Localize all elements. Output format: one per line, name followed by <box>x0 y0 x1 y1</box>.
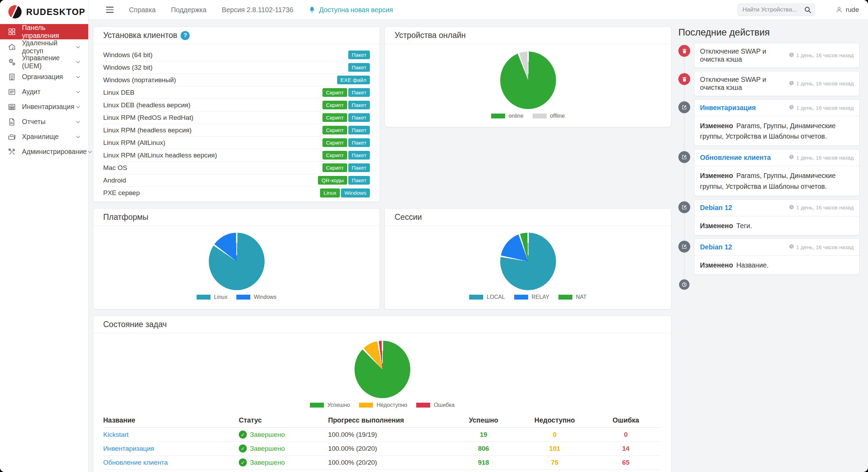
download-badge[interactable]: Пакет <box>348 101 370 110</box>
update-notice[interactable]: Доступна новая версия <box>309 6 393 14</box>
sidebar-nav: Панель управленияУдаленный доступУправле… <box>0 24 88 159</box>
legend-swatch <box>236 295 250 300</box>
legend-item: Ошибка <box>416 402 455 408</box>
legend-swatch <box>310 403 324 408</box>
task-status-cell: ✓Завершено <box>239 442 328 456</box>
search-icon[interactable] <box>804 6 812 14</box>
task-unavailable-cell: 0 <box>519 428 591 442</box>
help-link[interactable]: Справка <box>129 6 156 14</box>
tasks-col-header: Недоступно <box>519 413 591 428</box>
time-icon <box>789 80 794 87</box>
task-name-cell: Инвентаризация <box>103 442 239 456</box>
download-badge[interactable]: Пакет <box>348 113 370 122</box>
task-status-cell: ✓Завершено <box>239 428 328 442</box>
sidebar-item-0[interactable]: Панель управления <box>0 24 88 39</box>
check-icon: ✓ <box>239 431 247 439</box>
download-badge[interactable]: QR-коды <box>318 176 347 185</box>
brand-logo[interactable]: RUDESKTOP <box>0 0 88 23</box>
status-badge: ✓Завершено <box>239 458 328 466</box>
download-badge[interactable]: Пакет <box>348 163 370 172</box>
activity-title[interactable]: Инвентаризация <box>700 104 756 112</box>
download-badge[interactable]: Пакет <box>348 126 370 135</box>
sidebar-item-4[interactable]: Аудит <box>0 84 88 99</box>
install-row: Windows (32 bit)Пакет <box>103 61 370 74</box>
sidebar-item-label: Организация <box>22 73 63 81</box>
panel-task-status: Состояние задач УспешноНедоступноОшибка … <box>93 316 671 472</box>
legend-item: Недоступно <box>359 402 407 408</box>
task-status-cell: ✓Завершено <box>239 456 328 470</box>
menu-toggle-icon[interactable] <box>106 7 114 13</box>
install-row: Linux DEB (headless версия)СкриптПакет <box>103 99 370 111</box>
table-row: Обновление сервера✓Завершено100.00% (1/1… <box>103 470 661 472</box>
download-badge[interactable]: Пакет <box>348 151 370 160</box>
download-badge[interactable]: EXE файл <box>337 76 370 85</box>
activity-item: Обновление клиента1 день, 16 часов назад… <box>678 149 860 196</box>
devices-online-legend: onlineoffline <box>491 113 565 119</box>
legend-label: offline <box>550 113 565 119</box>
download-badge[interactable]: Пакет <box>348 88 370 97</box>
task-success-cell: 19 <box>448 428 519 442</box>
activity-card[interactable]: Debian 121 день, 16 часов назадИзменено … <box>694 199 860 235</box>
activity-time-label: 1 день, 16 часов назад <box>796 80 854 87</box>
install-row: PXE серверLinuxWindows <box>103 187 370 199</box>
activity-card-header: Обновление клиента1 день, 16 часов назад <box>694 149 859 166</box>
install-list: Windows (64 bit)ПакетWindows (32 bit)Пак… <box>93 44 380 199</box>
activity-title: Отключение SWAP и очистка кэша <box>700 76 785 92</box>
time-icon <box>789 154 794 161</box>
install-os-label: Android <box>103 177 126 184</box>
storage-icon <box>8 133 16 141</box>
task-link[interactable]: Kickstart <box>103 431 129 438</box>
activity-card-body: Изменено Теги. <box>694 216 859 235</box>
sidebar-item-3[interactable]: Организация <box>0 69 88 84</box>
user-menu[interactable]: rude <box>835 6 859 14</box>
activity-card-body: Изменено Название. <box>694 255 859 274</box>
activity-card[interactable]: Отключение SWAP и очистка кэша1 день, 16… <box>694 43 860 68</box>
download-badge[interactable]: Скрипт <box>322 88 347 97</box>
sidebar-item-label: Аудит <box>22 88 40 96</box>
download-badge[interactable]: Пакет <box>348 176 370 185</box>
legend-swatch <box>514 295 528 300</box>
download-badge[interactable]: Скрипт <box>322 138 347 147</box>
activity-title[interactable]: Debian 12 <box>700 204 732 212</box>
sidebar-item-8[interactable]: Администрирование <box>0 144 88 159</box>
download-badge[interactable]: Пакет <box>348 63 370 72</box>
task-error-cell: 0 <box>591 470 661 472</box>
version-label: Версия 2.8.1102-11736 <box>222 6 293 14</box>
download-badge[interactable]: Пакет <box>348 51 370 60</box>
activity-title[interactable]: Debian 12 <box>700 243 732 251</box>
organization-icon <box>8 73 16 81</box>
activity-card[interactable]: Отключение SWAP и очистка кэша1 день, 16… <box>694 71 860 96</box>
task-link[interactable]: Инвентаризация <box>103 445 154 452</box>
activity-card[interactable]: Инвентаризация1 день, 16 часов назадИзме… <box>694 99 860 146</box>
install-badges: СкриптПакет <box>322 126 370 135</box>
download-badge[interactable]: Скрипт <box>322 163 347 172</box>
download-badge[interactable]: Скрипт <box>322 151 347 160</box>
sidebar-item-label: Удаленный доступ <box>22 39 75 55</box>
download-badge[interactable]: Пакет <box>348 138 370 147</box>
install-badges: LinuxWindows <box>320 188 370 198</box>
download-badge[interactable]: Скрипт <box>322 126 347 135</box>
download-badge[interactable]: Скрипт <box>322 101 347 110</box>
rudesktop-dashboard: RUDESKTOP Панель управленияУдаленный дос… <box>0 0 868 472</box>
task-link[interactable]: Обновление клиента <box>103 459 168 466</box>
search-input[interactable] <box>738 3 815 16</box>
sidebar-item-6[interactable]: Отчеты <box>0 114 88 129</box>
install-badges: СкриптПакет <box>322 163 370 172</box>
support-link[interactable]: Поддержка <box>171 6 207 14</box>
tasks-pie-chart <box>355 341 410 398</box>
task-progress-cell: 100.00% (19/19) <box>328 428 448 442</box>
sidebar-item-2[interactable]: Управление (UEM) <box>0 54 88 69</box>
download-badge[interactable]: Скрипт <box>322 113 347 122</box>
activity-title[interactable]: Обновление клиента <box>700 154 771 162</box>
tasks-legend: УспешноНедоступноОшибка <box>310 402 455 408</box>
sidebar-item-5[interactable]: Инвентаризация <box>0 99 88 114</box>
download-badge[interactable]: Linux <box>320 188 340 198</box>
legend-item: Windows <box>236 294 276 300</box>
sidebar-item-7[interactable]: Хранилище <box>0 129 88 144</box>
trash-icon <box>678 45 690 57</box>
sidebar-item-1[interactable]: Удаленный доступ <box>0 39 88 54</box>
activity-card[interactable]: Обновление клиента1 день, 16 часов назад… <box>694 149 860 196</box>
download-badge[interactable]: Windows <box>341 188 370 198</box>
help-icon[interactable]: ? <box>181 31 190 40</box>
activity-card[interactable]: Debian 121 день, 16 часов назадИзменено … <box>694 239 860 275</box>
